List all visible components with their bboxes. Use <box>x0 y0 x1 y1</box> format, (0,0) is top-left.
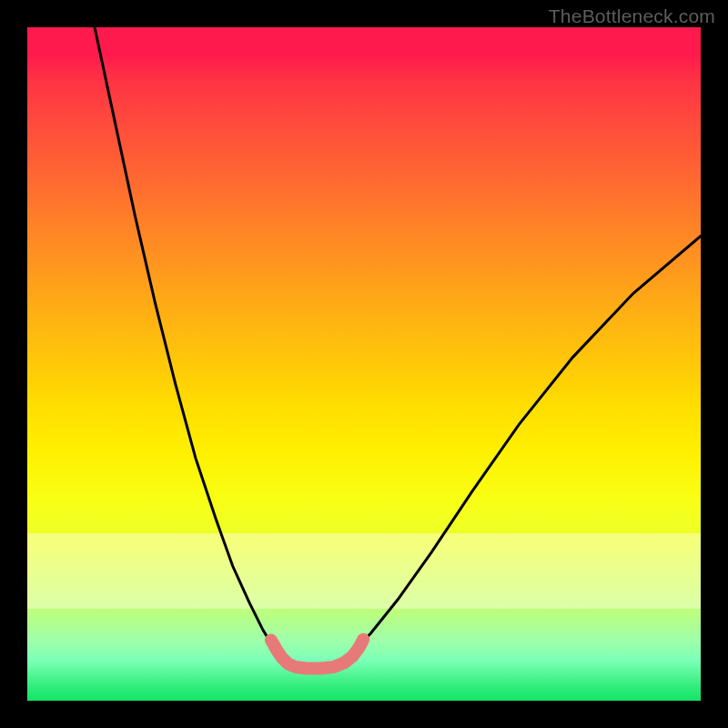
watermark-text: TheBottleneck.com <box>549 5 715 27</box>
plot-area <box>27 27 701 701</box>
right-curve <box>350 236 701 653</box>
left-curve <box>95 27 283 657</box>
outer-frame: TheBottleneck.com <box>0 0 728 728</box>
valley-marker <box>271 640 363 669</box>
chart-lines <box>27 27 701 701</box>
